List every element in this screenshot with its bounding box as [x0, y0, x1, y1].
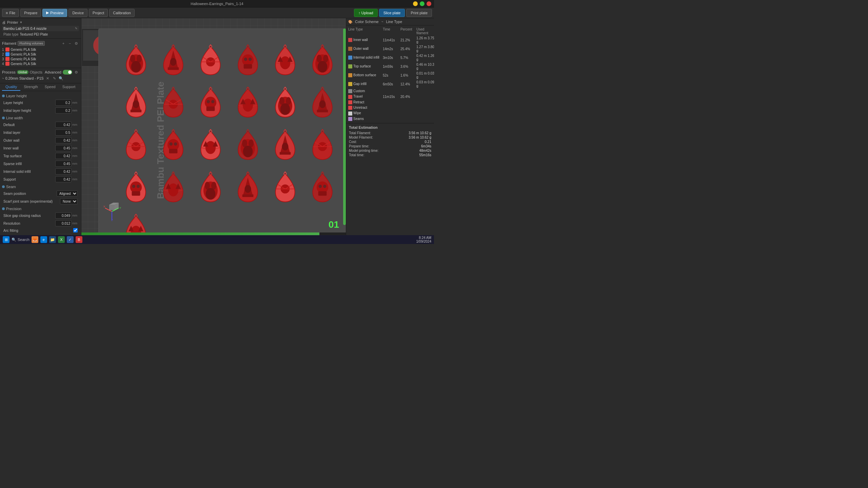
taskbar-excel-icon[interactable]: X: [58, 236, 65, 243]
precision-group[interactable]: Precision: [2, 205, 79, 211]
earring-svg-4: [270, 44, 300, 80]
earring-item-7: [156, 85, 190, 124]
resolution-input[interactable]: [55, 220, 72, 226]
arc-fitting-checkbox[interactable]: [73, 228, 78, 232]
line-type-label: Line Type: [386, 20, 402, 24]
inner-wall-width-input[interactable]: [55, 145, 72, 151]
earring-svg-16: [270, 129, 300, 164]
flushing-volumes-btn[interactable]: Flushing volumes: [18, 41, 45, 46]
filament-swatch-1: [5, 47, 9, 52]
lt-pct-3: 3.6%: [400, 65, 416, 68]
line-type-icon: ~: [381, 20, 383, 24]
title-text: Halloween-Earrings_Pairs_1-14: [191, 2, 243, 6]
earring-svg-1: [158, 44, 189, 80]
taskbar-app-icon[interactable]: B: [76, 236, 82, 243]
outer-wall-width-input[interactable]: [55, 137, 72, 143]
svg-point-94: [210, 129, 211, 130]
slice-gap-input[interactable]: [55, 212, 72, 219]
calibration-btn[interactable]: Calibration: [109, 9, 135, 17]
filament-swatch-2: [5, 52, 9, 56]
tab-quality[interactable]: Quality: [2, 83, 20, 91]
tab-speed[interactable]: Speed: [41, 83, 59, 91]
earring-item-18: [119, 169, 153, 208]
file-menu-btn[interactable]: ≡ File: [2, 9, 19, 17]
seam-group[interactable]: Seam: [2, 183, 79, 189]
printer-edit-icon[interactable]: ✎: [75, 27, 78, 30]
lt-filament-5: 0.03 m 0.09 g: [416, 80, 434, 88]
earring-item-2: [194, 42, 228, 81]
printer-name-row[interactable]: Bambu Lab P1S 0.4 nozzle ✎: [2, 26, 79, 31]
tab-support[interactable]: Support: [59, 83, 79, 91]
seam-position-select[interactable]: Aligned: [57, 190, 78, 197]
lt-time-7: 11m15s: [383, 95, 400, 99]
svg-point-116: [137, 185, 140, 188]
tab-strength[interactable]: Strength: [20, 83, 41, 91]
slice-btn[interactable]: Slice plate: [379, 9, 405, 17]
taskbar-todo-icon[interactable]: ✓: [67, 236, 74, 243]
scarf-joint-select[interactable]: None: [60, 198, 78, 204]
taskbar-time: 8:24 AM: [416, 236, 432, 240]
earring-svg-6: [121, 86, 151, 122]
scarf-joint-label: Scarf joint seam (experimental): [3, 199, 60, 203]
maximize-btn[interactable]: [420, 1, 425, 6]
svg-point-131: [210, 171, 211, 173]
estimation-title: Total Estimation: [349, 125, 431, 129]
remove-filament-btn[interactable]: −: [67, 41, 73, 46]
layer-scrollbar[interactable]: [343, 28, 346, 225]
initial-layer-height-input[interactable]: [55, 107, 72, 114]
progress-bar[interactable]: [81, 232, 346, 235]
earring-item-10: [268, 85, 302, 124]
line-width-group[interactable]: Line width: [2, 115, 79, 121]
internal-solid-row: Internal solid infill mm: [2, 168, 79, 175]
project-btn[interactable]: Project: [89, 9, 108, 17]
print-btn[interactable]: Print plate: [406, 9, 432, 17]
earring-svg-18: [121, 171, 151, 207]
lt-row-10: Wipe: [348, 110, 432, 116]
taskbar-edge-icon[interactable]: e: [40, 236, 47, 243]
filament-list: 1 Generic PLA Silk 2 Generic PLA Silk 3 …: [2, 47, 79, 66]
filament-swatch-4: [5, 62, 9, 66]
taskbar: ⊞ 🔍 Search 🦊 e 📁 X ✓ B 8:24 AM 1/09/2024: [0, 235, 434, 244]
earring-svg-5: [307, 44, 338, 80]
add-filament-btn[interactable]: +: [61, 41, 66, 46]
earring-item-17: [305, 127, 339, 166]
close-btn[interactable]: [427, 1, 431, 6]
earring-item-4: [268, 42, 302, 81]
minimize-btn[interactable]: [413, 1, 418, 6]
taskbar-explorer-icon[interactable]: 📁: [49, 236, 56, 243]
svg-point-22: [244, 58, 248, 61]
cost-label: Cost:: [349, 140, 357, 144]
lt-row-1: Outer wall 14m2s 25.4% 1.27 m 3.80 g: [348, 44, 432, 53]
advanced-toggle[interactable]: [63, 70, 72, 75]
svg-point-118: [135, 171, 137, 173]
preset-edit-btn[interactable]: ✎: [52, 76, 57, 81]
preset-search-btn[interactable]: 🔍: [58, 76, 64, 81]
default-width-input[interactable]: [55, 122, 72, 128]
filament-settings-btn[interactable]: ⚙: [74, 41, 79, 46]
filament-id-3: 3: [2, 57, 4, 61]
upload-btn[interactable]: ↑ Upload: [354, 9, 377, 17]
top-surface-width-input[interactable]: [55, 153, 72, 159]
taskbar-search-area[interactable]: 🔍 Search: [12, 238, 29, 242]
preview-btn[interactable]: ▶ Preview: [42, 9, 67, 17]
support-width-input[interactable]: [55, 176, 72, 182]
layer-height-group[interactable]: Layer height: [2, 93, 79, 99]
process-settings-btn[interactable]: ⚙: [74, 69, 79, 75]
earring-item-21: [231, 169, 265, 208]
device-btn[interactable]: Device: [68, 9, 87, 17]
taskbar-firefox-icon[interactable]: 🦊: [32, 236, 38, 243]
viewport[interactable]: Preview 1 Bambu Textured PEI Plate: [81, 18, 346, 235]
tab-others[interactable]: Others: [79, 83, 81, 91]
filament-swatch-3: [5, 57, 9, 61]
earring-item-16: [268, 127, 302, 166]
internal-solid-input[interactable]: [55, 168, 72, 175]
prepare-btn[interactable]: Prepare: [20, 9, 41, 17]
preset-close-btn[interactable]: ✕: [45, 76, 50, 81]
initial-layer-width-input[interactable]: [55, 129, 72, 136]
filament-id-1: 1: [2, 48, 4, 52]
printer-collapse-icon[interactable]: ▼: [19, 21, 22, 24]
windows-icon[interactable]: ⊞: [3, 236, 9, 243]
svg-point-87: [173, 129, 174, 130]
layer-height-input[interactable]: [55, 100, 72, 106]
sparse-infill-input[interactable]: [55, 161, 72, 167]
